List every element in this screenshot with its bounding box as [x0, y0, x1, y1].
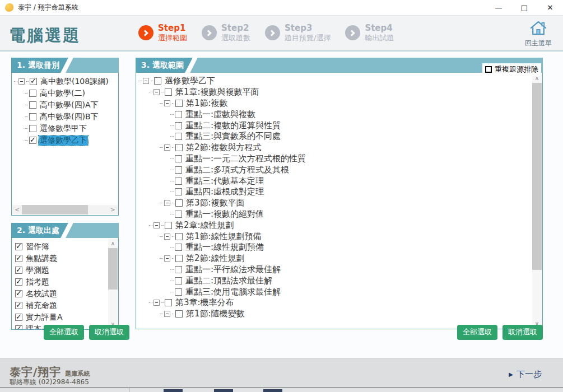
source-list-item[interactable]: 實力評量A	[15, 311, 117, 323]
checkbox[interactable]	[15, 314, 22, 321]
source-list-item[interactable]: 指考題	[15, 276, 117, 288]
tree-row[interactable]: 第1節:線性規劃預備	[138, 231, 541, 242]
tree-row[interactable]: 第2章:線性規劃	[138, 220, 541, 231]
tree-label[interactable]: 第1節:線性規劃預備	[185, 231, 263, 242]
checkbox[interactable]	[175, 122, 182, 129]
source-list-item[interactable]: 焦點講義	[15, 253, 117, 264]
horizontal-scrollbar[interactable]: < >	[12, 205, 118, 214]
tree-row[interactable]: 重點三:與實數系的不同處	[138, 131, 541, 142]
select-all-button[interactable]: 全部選取	[457, 325, 497, 340]
checkbox[interactable]	[175, 233, 183, 240]
deselect-button[interactable]: 取消選取	[502, 325, 543, 340]
checkbox[interactable]	[175, 133, 182, 140]
select-all-button[interactable]: 全部選取	[44, 325, 84, 340]
tree-label[interactable]: 第1節:隨機變數	[185, 309, 246, 319]
tree-label[interactable]: 高中數學(二)	[39, 88, 86, 99]
tree-label[interactable]: 第3章:機率分布	[174, 297, 235, 308]
tree-row[interactable]: 重點一:平行線法求最佳解	[138, 264, 541, 276]
tree-label[interactable]: 重點二:複數的運算與性質	[184, 120, 282, 131]
checkbox[interactable]	[175, 255, 183, 262]
tree-label[interactable]: 第2節:複數與方程式	[185, 142, 263, 153]
tree-row[interactable]: 重點二:頂點法求最佳解	[138, 275, 541, 286]
checkbox[interactable]	[175, 188, 182, 195]
tree-label[interactable]: 高中數學(108課綱)	[39, 77, 110, 87]
tree-label[interactable]: 重點一:一元二次方程式根的性質	[184, 153, 307, 164]
tree-row[interactable]: 第3章:機率分布	[138, 297, 541, 309]
tree-row[interactable]: 高中數學(二)	[14, 87, 117, 99]
tree-label[interactable]: 選修數學甲下	[39, 124, 88, 134]
checkbox[interactable]	[175, 155, 182, 162]
checkbox[interactable]	[175, 166, 182, 174]
checkbox[interactable]	[29, 113, 36, 120]
checkbox[interactable]	[175, 144, 183, 151]
checkbox[interactable]	[175, 310, 183, 318]
checkbox[interactable]	[165, 88, 172, 96]
scrollbar-thumb[interactable]	[108, 248, 118, 290]
tree-row[interactable]: 第2節:線性規劃	[138, 253, 541, 264]
checkbox[interactable]	[15, 267, 22, 274]
expand-toggle-icon[interactable]	[164, 255, 170, 262]
tree-label[interactable]: 第2節:線性規劃	[185, 253, 246, 264]
checkbox[interactable]	[15, 325, 22, 330]
tree-label[interactable]: 重點一:平行線法求最佳解	[184, 264, 282, 275]
scroll-left-icon[interactable]: <	[12, 205, 22, 214]
source-label[interactable]: 補充命題	[25, 301, 58, 311]
checkbox[interactable]	[15, 243, 22, 250]
tree-row[interactable]: 選修數學甲下	[14, 123, 117, 134]
checkbox[interactable]	[165, 222, 172, 229]
source-label[interactable]: 習作簿	[25, 242, 50, 252]
expand-toggle-icon[interactable]	[164, 100, 170, 106]
tree-row[interactable]: 重點三:代數基本定理	[138, 175, 541, 186]
vertical-scrollbar[interactable]: ∧ ∨	[532, 73, 542, 328]
close-button[interactable]: ✕	[537, 0, 563, 16]
expand-toggle-icon[interactable]	[153, 300, 160, 306]
expand-toggle-icon[interactable]	[143, 78, 149, 84]
source-list-item[interactable]: 習作簿	[15, 241, 117, 253]
source-label[interactable]: 實力評量A	[25, 312, 64, 323]
checkbox[interactable]	[175, 266, 182, 273]
tree-label[interactable]: 第1章:複數與複數平面	[174, 87, 260, 97]
checkbox[interactable]	[15, 302, 22, 309]
source-label[interactable]: 指考題	[25, 277, 50, 287]
expand-toggle-icon[interactable]	[164, 234, 170, 240]
tree-row[interactable]: 第1節:複數	[138, 98, 541, 109]
maximize-button[interactable]: □	[511, 0, 537, 16]
tree-row[interactable]: 重點一:虛數與複數	[138, 109, 541, 120]
tree-row[interactable]: 重點一:一元二次方程式根的性質	[138, 153, 541, 165]
tree-row[interactable]: 選修數學乙下	[138, 76, 541, 87]
checkbox[interactable]	[175, 111, 182, 118]
tree-label[interactable]: 重點二:頂點法求最佳解	[184, 276, 273, 286]
checkbox[interactable]	[175, 277, 182, 284]
source-label[interactable]: 名校試題	[25, 289, 58, 299]
tree-label[interactable]: 第2章:線性規劃	[174, 220, 235, 231]
tree-row[interactable]: 重點三:使用電腦求最佳解	[138, 286, 541, 297]
checkbox[interactable]	[175, 288, 182, 296]
checkbox[interactable]	[29, 90, 36, 97]
tree-row[interactable]: 重點二:多項式方程式及其根	[138, 164, 541, 175]
checkbox[interactable]	[29, 137, 36, 144]
expand-toggle-icon[interactable]	[164, 144, 170, 151]
tree-label[interactable]: 重點三:代數基本定理	[184, 176, 265, 186]
tree-row[interactable]: 重點一:線性規劃預備	[138, 242, 541, 253]
scrollbar-thumb[interactable]	[22, 205, 88, 214]
tree-row[interactable]: 高中數學(四)B下	[14, 111, 117, 123]
minimize-button[interactable]: —	[486, 0, 511, 16]
expand-toggle-icon[interactable]	[18, 78, 25, 85]
checkbox[interactable]	[15, 278, 22, 286]
tree-label[interactable]: 選修數學乙下	[39, 136, 88, 146]
expand-toggle-icon[interactable]	[164, 311, 170, 317]
checkbox[interactable]	[175, 100, 183, 107]
scroll-up-icon[interactable]: ∧	[108, 239, 118, 248]
checkbox[interactable]	[29, 101, 36, 109]
checkbox[interactable]	[15, 255, 22, 262]
vertical-scrollbar[interactable]: ∧ ∨	[108, 239, 118, 329]
next-step-button[interactable]: ▶ 下一步	[509, 369, 542, 380]
tree-row[interactable]: 選修數學乙下	[14, 134, 117, 146]
expand-toggle-icon[interactable]	[153, 89, 160, 95]
checkbox[interactable]	[175, 211, 182, 218]
tree-label[interactable]: 高中數學(四)B下	[39, 112, 100, 122]
home-menu-button[interactable]: 回主選單	[522, 20, 555, 48]
tree-label[interactable]: 重點二:多項式方程式及其根	[184, 165, 290, 175]
tree-row[interactable]: 第1章:複數與複數平面	[138, 87, 541, 98]
checkbox[interactable]	[175, 199, 183, 207]
